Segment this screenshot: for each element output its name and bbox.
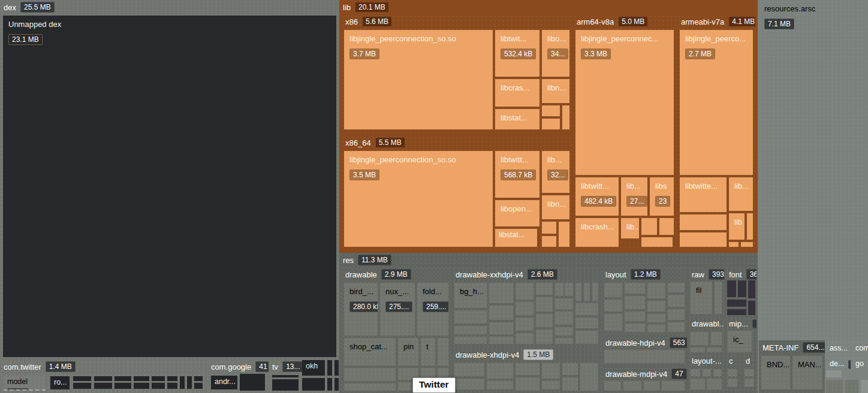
tile-unlabeled[interactable]: [623, 381, 641, 391]
tile-unlabeled[interactable]: [438, 338, 448, 365]
tile-unlabeled[interactable]: [542, 381, 560, 389]
tile-unlabeled[interactable]: [542, 119, 560, 129]
section-c[interactable]: c: [725, 355, 740, 393]
tile-unlabeled[interactable]: [728, 369, 737, 376]
tile-libn[interactable]: libn...: [542, 79, 569, 103]
tile-unlabeled[interactable]: [302, 378, 325, 391]
tile-unlabeled[interactable]: [94, 376, 112, 381]
tile-unlabeled[interactable]: [644, 381, 659, 391]
section-drawable-mdpi-v4[interactable]: drawable-mdpi-v447: [602, 367, 687, 393]
section-drawable-xhdpi-v4[interactable]: drawable-xhdpi-v41.5 MB: [452, 347, 601, 393]
tile-bg-h[interactable]: bg_h...: [454, 283, 487, 308]
tile-unlabeled[interactable]: [559, 222, 569, 247]
section-drawabl[interactable]: drawabl...: [688, 318, 724, 353]
section-d[interactable]: d: [742, 355, 757, 393]
tile-unlabeled[interactable]: [344, 368, 396, 381]
section-drawable-hdpi-v4[interactable]: drawable-hdpi-v4563: [602, 335, 687, 365]
tile-unlabeled[interactable]: [727, 280, 736, 297]
tile-unlabeled[interactable]: [647, 325, 665, 332]
tile-unlabeled[interactable]: [562, 363, 578, 375]
tile-unlabeled[interactable]: [152, 383, 165, 389]
tile-unlabeled[interactable]: [713, 369, 722, 376]
tile-unlabeled[interactable]: [536, 314, 553, 327]
tile-unlabeled[interactable]: [454, 363, 484, 376]
tile-unlabeled[interactable]: [604, 314, 622, 331]
tile-unlabeled[interactable]: [542, 222, 556, 234]
tile-pin[interactable]: pin: [398, 338, 418, 365]
section-res[interactable]: res11.3 MBdrawable2.9 MBbird_...280.0 kB…: [339, 253, 758, 393]
tile-nux[interactable]: nux_...275....: [380, 283, 415, 335]
tile-unlabeled[interactable]: [668, 283, 685, 292]
tile-lib[interactable]: lib: [729, 213, 745, 240]
tile-libstat[interactable]: libstat...: [495, 109, 540, 129]
tile-unlabeled[interactable]: [604, 381, 621, 391]
tile-ro[interactable]: ro...: [50, 376, 70, 389]
tile-unlabeled[interactable]: [745, 369, 754, 376]
section-meta-inf[interactable]: META-INF654....BND...MAN...: [759, 340, 825, 393]
tile-unlabeled[interactable]: [745, 379, 754, 387]
tile-unlabeled[interactable]: [604, 300, 622, 312]
tile-unlabeled[interactable]: [562, 105, 569, 129]
tile-unlabeled[interactable]: [703, 369, 711, 376]
tile-unlabeled[interactable]: [729, 242, 739, 247]
section-x86-64[interactable]: x86_645.5 MBlibjingle_peerconnection_so.…: [342, 135, 572, 250]
tile-shop-cat[interactable]: shop_cat...: [344, 338, 396, 365]
tile-unlabeled[interactable]: [152, 376, 165, 381]
section-com[interactable]: com: [852, 340, 868, 355]
section-drawable-xxhdpi-v4[interactable]: drawable-xxhdpi-v42.6 MBbg_h...: [452, 267, 601, 346]
tile-libtwitt[interactable]: libtwitt...482.4 kB: [575, 177, 619, 216]
tile-libjingle-peerco[interactable]: libjingle_peerco...2.7 MB: [680, 30, 753, 175]
tile-unlabeled[interactable]: [542, 105, 560, 116]
tile-lib[interactable]: lib...32...: [542, 151, 569, 193]
tile-unlabeled[interactable]: [134, 383, 149, 389]
tile-unlabeled[interactable]: [542, 363, 560, 379]
tile-unlabeled[interactable]: [659, 218, 674, 235]
tile-unlabeled[interactable]: [604, 283, 622, 297]
tile-unlabeled[interactable]: [625, 283, 645, 294]
tile-unlabeled[interactable]: [187, 376, 192, 389]
tile-unlabeled[interactable]: [516, 302, 534, 315]
section-ass[interactable]: ass...: [826, 340, 851, 355]
section-drawable[interactable]: drawable2.9 MBbird_...280.0 kBnux_...275…: [342, 267, 451, 393]
tile-unlabeled[interactable]: [489, 322, 513, 334]
tile-unlabeled[interactable]: [555, 327, 573, 335]
tile-man[interactable]: MAN...: [792, 356, 822, 389]
section-raw[interactable]: raw393fil: [688, 267, 724, 316]
tile-unlabeled[interactable]: [167, 383, 177, 389]
tile-unlabeled[interactable]: [575, 318, 598, 328]
tile-unlabeled[interactable]: [516, 333, 534, 344]
tile-unlabeled[interactable]: [334, 378, 339, 391]
tile-unlabeled[interactable]: [625, 312, 645, 321]
tile-fil[interactable]: fil: [691, 282, 712, 314]
tile-unlabeled[interactable]: [707, 379, 722, 389]
tile-libjingle-peerconnec[interactable]: libjingle_peerconnec...3.3 MB: [575, 30, 674, 175]
tile-unmapped-dex[interactable]: Unmapped dex23.1 MB: [3, 16, 336, 357]
tile-bird[interactable]: bird_...280.0 kB: [344, 283, 378, 335]
tile-unlabeled[interactable]: [826, 370, 842, 377]
tile-unlabeled[interactable]: [272, 375, 299, 377]
tile-unlabeled[interactable]: [194, 376, 203, 381]
tile-unlabeled[interactable]: [344, 383, 396, 391]
tile-unlabeled[interactable]: [327, 360, 332, 376]
tile-unlabeled[interactable]: [662, 381, 685, 391]
tile-unlabeled[interactable]: [272, 379, 299, 391]
tile-unlabeled[interactable]: [668, 309, 685, 320]
tile-unlabeled[interactable]: [194, 383, 203, 389]
tile-unlabeled[interactable]: [489, 306, 513, 320]
section-arm64-v8a[interactable]: arm64-v8a5.0 MBlibjingle_peerconnec...3.…: [573, 14, 676, 249]
tile-unlabeled[interactable]: [167, 376, 177, 381]
tile-libtwitte[interactable]: libtwitte...: [680, 177, 727, 212]
tile-unlabeled[interactable]: [114, 383, 131, 389]
tile-unlabeled[interactable]: [454, 326, 487, 334]
section-font[interactable]: font36: [725, 267, 757, 316]
tile-unlabeled[interactable]: [680, 214, 727, 230]
tile-unlabeled[interactable]: [575, 331, 598, 344]
tile-unlabeled[interactable]: [73, 383, 91, 389]
tile-unlabeled[interactable]: [711, 332, 722, 345]
tile-unlabeled[interactable]: [861, 380, 868, 393]
tile-unlabeled[interactable]: [516, 363, 540, 375]
tile-unlabeled[interactable]: [240, 374, 265, 391]
section-layout[interactable]: layout1.2 MB: [602, 267, 687, 334]
tile-unlabeled[interactable]: [334, 360, 339, 376]
tile-unlabeled[interactable]: [625, 324, 645, 332]
